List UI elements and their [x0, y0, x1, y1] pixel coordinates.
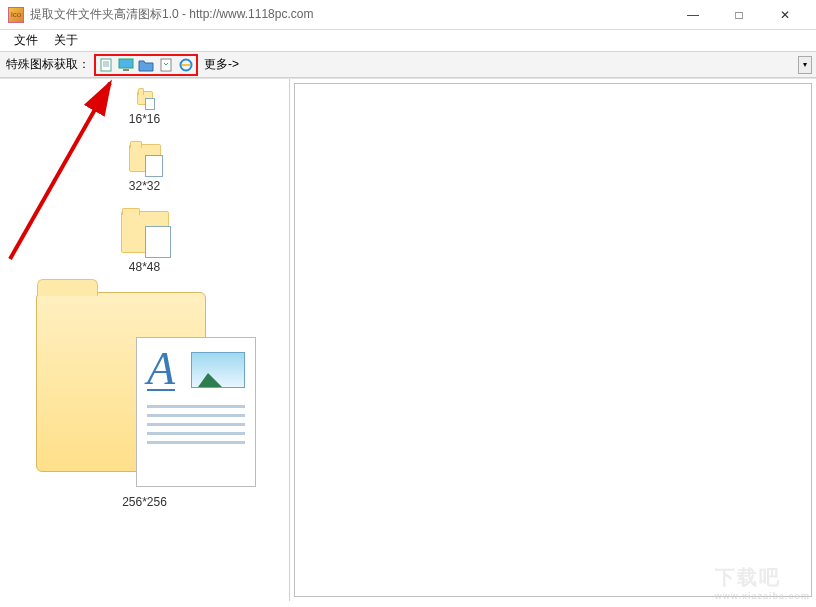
icon-item-32[interactable]: 32*32 — [6, 144, 283, 193]
icon-label: 16*16 — [6, 112, 283, 126]
window-title: 提取文件文件夹高清图标1.0 - http://www.1118pc.com — [30, 6, 670, 23]
icon-item-256[interactable]: A 256*256 — [6, 292, 283, 509]
window-titlebar: ico 提取文件文件夹高清图标1.0 - http://www.1118pc.c… — [0, 0, 816, 30]
menu-file[interactable]: 文件 — [6, 30, 46, 51]
svg-rect-5 — [123, 69, 129, 71]
more-button[interactable]: 更多-> — [202, 56, 241, 73]
close-button[interactable]: ✕ — [762, 1, 808, 29]
toolbar-label: 特殊图标获取： — [6, 56, 90, 73]
svg-rect-4 — [119, 59, 133, 68]
recycle-bin-icon[interactable] — [158, 57, 174, 73]
picture-thumb-icon — [191, 352, 245, 388]
text-lines-icon — [147, 405, 245, 444]
toolbar-dropdown[interactable]: ▾ — [798, 56, 812, 74]
monitor-icon[interactable] — [118, 57, 134, 73]
icon-item-16[interactable]: 16*16 — [6, 91, 283, 126]
internet-explorer-icon[interactable] — [178, 57, 194, 73]
font-glyph-icon: A — [147, 348, 175, 391]
right-pane — [294, 83, 812, 597]
icon-label: 256*256 — [6, 495, 283, 509]
minimize-button[interactable]: — — [670, 1, 716, 29]
icon-label: 48*48 — [6, 260, 283, 274]
folder-icon[interactable] — [138, 57, 154, 73]
special-icons-group — [94, 54, 198, 76]
main-area: 16*16 32*32 48*48 A 256*256 — [0, 78, 816, 601]
icon-label: 32*32 — [6, 179, 283, 193]
watermark: 下载吧 www.xiazaiba.com — [715, 564, 810, 601]
left-pane: 16*16 32*32 48*48 A 256*256 — [0, 79, 290, 601]
document-icon[interactable] — [98, 57, 114, 73]
toolbar: 特殊图标获取： 更多-> ▾ — [0, 52, 816, 78]
menubar: 文件 关于 — [0, 30, 816, 52]
icon-item-48[interactable]: 48*48 — [6, 211, 283, 274]
svg-rect-0 — [101, 59, 111, 71]
maximize-button[interactable]: □ — [716, 1, 762, 29]
app-icon: ico — [8, 7, 24, 23]
menu-about[interactable]: 关于 — [46, 30, 86, 51]
